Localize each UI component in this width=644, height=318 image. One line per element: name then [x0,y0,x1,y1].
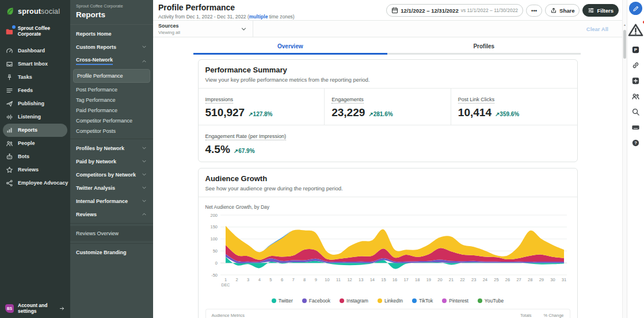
svg-text:9: 9 [314,277,317,282]
reports-nav-item-customize-branding[interactable]: Customize Branding [70,246,153,259]
search-icon[interactable] [631,108,640,116]
metric-label[interactable]: Impressions [205,97,234,104]
reports-nav-label: Custom Reports [76,44,116,50]
legend-item-facebook[interactable]: Facebook [302,298,330,304]
svg-text:29: 29 [539,277,543,282]
svg-text:24: 24 [482,277,487,282]
sidebar-item-smart-inbox[interactable]: Smart Inbox [0,58,70,71]
reports-nav-item-internal-performance[interactable]: Internal Performance [70,194,153,208]
sidebar-item-feeds[interactable]: Feeds [0,84,70,97]
reports-nav-item-competitors-by-network[interactable]: Competitors by Network [70,168,153,181]
reports-nav-item-post-performance[interactable]: Post Performance [70,85,153,95]
reports-nav-item-tag-performance[interactable]: Tag Performance [70,95,153,105]
reports-nav-item-paid-performance[interactable]: Paid Performance [70,105,153,116]
plane-icon [6,100,13,108]
metric-change: ↗281.6% [368,111,393,117]
reports-nav-item-competitor-posts[interactable]: Competitor Posts [70,126,153,136]
sidebar-item-reviews[interactable]: Reviews [0,163,70,177]
metric-label[interactable]: Post Link Clicks [458,97,495,104]
svg-text:7: 7 [292,277,294,282]
legend-item-youtube[interactable]: YouTube [478,298,504,304]
sidebar-item-people[interactable]: People [0,137,70,150]
metric-label[interactable]: Engagement Rate (per Impression) [205,133,287,140]
account-and-settings[interactable]: BS Account and settings [0,298,70,318]
sidebar-item-reports[interactable]: Reports [3,124,67,137]
compose-button[interactable] [629,2,642,15]
metric-label[interactable]: Engagements [331,97,364,104]
svg-text:3: 3 [247,277,249,282]
card-title: Audience Growth [205,174,570,183]
reports-nav-item-profiles-by-network[interactable]: Profiles by Network [70,141,153,155]
warning-icon [627,22,644,39]
metric-engagements: Engagements23,229↗281.6% [325,89,451,125]
legend-label: Pinterest [449,298,468,304]
svg-text:5: 5 [269,277,272,282]
date-range-picker[interactable]: 12/1/2022 – 12/31/2022 vs 11/1/2022 – 11… [386,4,523,17]
sidebar-item-tasks[interactable]: Tasks [0,71,70,84]
legend-item-instagram[interactable]: Instagram [340,298,368,304]
svg-text:DEC: DEC [221,283,230,287]
reports-nav-item-paid-by-network[interactable]: Paid by Network [70,155,153,168]
vertical-scrollbar[interactable]: ▲ [622,0,627,318]
share-button[interactable]: Share [545,4,580,17]
alerts-button[interactable] [627,22,644,39]
sprout-social-logo[interactable]: sproutsocial [0,0,70,21]
reports-nav-label: Reports Home [76,31,112,37]
clear-all-button[interactable]: Clear All [586,26,608,32]
sources-value: Viewing all [158,30,180,35]
reports-nav-item-twitter-analysis[interactable]: Twitter Analysis [70,181,153,194]
metric-change: ↗127.8% [248,111,272,117]
card-subtitle: View your key profile performance metric… [205,76,570,83]
svg-text:?: ? [634,140,637,145]
account-switcher[interactable]: Sprout Coffee Corporate [0,21,70,43]
scrollbar-thumb[interactable] [623,30,626,59]
net-audience-growth-chart[interactable]: 200150100500-501234567891011121314151617… [205,211,570,295]
sidebar-item-dashboard[interactable]: Dashboard [0,44,70,58]
tab-profiles[interactable]: Profiles [387,41,581,55]
reports-nav-label: Twitter Analysis [76,185,115,191]
multiple-timezones-link[interactable]: multiple [249,14,268,20]
reports-nav-item-reviews-overview[interactable]: Reviews Overview [70,226,153,241]
help-icon[interactable]: ? [631,139,640,147]
metric-post-link-clicks: Post Link Clicks10,414↗359.6% [451,89,577,125]
sources-dropdown[interactable]: Sources Viewing all [153,21,253,37]
sidebar-item-listening[interactable]: Listening [0,110,70,124]
sidebar-item-employee-advocacy[interactable]: Employee Advocacy [0,177,70,190]
legend-item-twitter[interactable]: Twitter [272,298,293,304]
reports-nav-label: Competitors by Network [76,172,136,178]
notification-dot [12,25,16,29]
keyboard-icon[interactable] [631,123,640,132]
users-icon[interactable] [631,92,640,101]
filters-button[interactable]: Filters [582,4,619,17]
add-icon[interactable] [631,76,640,85]
legend-dot [378,298,382,303]
sidebar-item-label: Tasks [18,74,32,80]
legend-item-pinterest[interactable]: Pinterest [442,298,468,304]
legend-item-tiktok[interactable]: TikTok [412,298,433,304]
reports-nav-item-custom-reports[interactable]: Custom Reports [70,40,153,53]
avatar: BS [5,304,14,313]
reports-nav-item-reports-home[interactable]: Reports Home [70,28,153,40]
legend-item-linkedin[interactable]: LinkedIn [378,298,403,304]
sidebar-item-bots[interactable]: Bots [0,150,70,163]
reports-nav-item-reviews[interactable]: Reviews [70,208,153,221]
p-extension-icon[interactable]: P [631,45,640,54]
sidebar-item-label: Reports [18,127,37,133]
tab-overview[interactable]: Overview [193,41,387,55]
more-options-button[interactable]: ••• [526,5,542,17]
svg-text:21: 21 [448,277,453,282]
reports-nav-item-profile-performance[interactable]: Profile Performance [73,69,150,83]
browser-extensions-rail: P ? [627,0,644,318]
sidebar-item-label: Feeds [18,87,33,93]
reports-nav-item-cross-network[interactable]: Cross-Network [70,53,153,68]
metric-change: ↗67.9% [234,148,255,154]
audience-growth-chart-section: Net Audience Growth, by Day 200150100500… [199,197,577,309]
sidebar-item-label: Bots [18,154,29,159]
link-icon[interactable] [631,61,640,70]
scroll-up-arrow[interactable]: ▲ [623,23,626,26]
page-title: Profile Performance [158,3,295,12]
app-window: sproutsocial Sprout Coffee Corporate Das… [0,0,644,318]
sidebar-item-publishing[interactable]: Publishing [0,97,70,110]
reports-nav-item-competitor-performance[interactable]: Competitor Performance [70,116,153,126]
legend-label: LinkedIn [384,298,403,304]
